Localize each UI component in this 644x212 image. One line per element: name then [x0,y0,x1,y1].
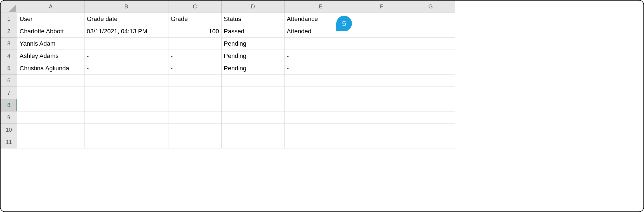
cell-C3[interactable]: - [168,38,222,50]
cell-B11[interactable] [84,136,168,148]
cell-E6[interactable] [285,74,357,87]
callout-bubble-icon: 5 [336,16,352,31]
cell-C1[interactable]: Grade [168,13,222,25]
cell-G3[interactable] [406,38,455,50]
cell-C7[interactable] [168,87,222,99]
cell-C9[interactable] [168,111,222,124]
cell-F7[interactable] [357,87,406,99]
cell-F10[interactable] [357,124,406,136]
cell-D8[interactable] [222,99,285,111]
col-header-A[interactable]: A [17,1,84,13]
row-header-1[interactable]: 1 [1,13,17,25]
cell-B5[interactable]: - [84,62,168,74]
cell-A11[interactable] [17,136,84,148]
cell-D1[interactable]: Status [222,13,285,25]
col-header-G[interactable]: G [406,1,455,13]
cell-G6[interactable] [406,74,455,87]
cell-A8[interactable] [17,99,84,111]
cell-D10[interactable] [222,124,285,136]
cell-G2[interactable] [406,25,455,38]
row-header-6[interactable]: 6 [1,74,17,87]
cell-E10[interactable] [285,124,357,136]
cell-B6[interactable] [84,74,168,87]
row-header-5[interactable]: 5 [1,62,17,74]
callout-label: 5 [342,19,346,28]
cell-C6[interactable] [168,74,222,87]
cell-G9[interactable] [406,111,455,124]
row-header-3[interactable]: 3 [1,38,17,50]
cell-F6[interactable] [357,74,406,87]
col-header-B[interactable]: B [84,1,168,13]
cell-C5[interactable]: - [168,62,222,74]
row-header-2[interactable]: 2 [1,25,17,38]
cell-B10[interactable] [84,124,168,136]
cell-A5[interactable]: Christina Agluinda [17,62,84,74]
cell-A9[interactable] [17,111,84,124]
cell-A3[interactable]: Yannis Adam [17,38,84,50]
cell-E9[interactable] [285,111,357,124]
cell-B9[interactable] [84,111,168,124]
cell-F5[interactable] [357,62,406,74]
cell-E7[interactable] [285,87,357,99]
cell-A6[interactable] [17,74,84,87]
cell-G7[interactable] [406,87,455,99]
col-header-D[interactable]: D [222,1,285,13]
cell-F3[interactable] [357,38,406,50]
cell-B7[interactable] [84,87,168,99]
row-header-8[interactable]: 8 [1,99,17,111]
cell-F2[interactable] [357,25,406,38]
cell-A2[interactable]: Charlotte Abbott [17,25,84,38]
cell-B8[interactable] [84,99,168,111]
cell-C2[interactable]: 100 [168,25,222,38]
cell-A10[interactable] [17,124,84,136]
cell-D5[interactable]: Pending [222,62,285,74]
cell-E4[interactable]: - [285,50,357,62]
select-all-corner[interactable] [1,1,17,13]
cell-G11[interactable] [406,136,455,148]
cell-B2[interactable]: 03/11/2021, 04:13 PM [84,25,168,38]
col-header-E[interactable]: E [285,1,357,13]
cell-E11[interactable] [285,136,357,148]
cell-C8[interactable] [168,99,222,111]
cell-E3[interactable]: - [285,38,357,50]
cell-C11[interactable] [168,136,222,148]
row-header-10[interactable]: 10 [1,124,17,136]
cell-F11[interactable] [357,136,406,148]
cell-C4[interactable]: - [168,50,222,62]
col-header-F[interactable]: F [357,1,406,13]
row-header-9[interactable]: 9 [1,111,17,124]
spreadsheet-grid: A B C D E F G 1 User Grade date Grade St… [1,1,643,148]
cell-G4[interactable] [406,50,455,62]
cell-B1[interactable]: Grade date [84,13,168,25]
cell-B3[interactable]: - [84,38,168,50]
cell-F9[interactable] [357,111,406,124]
row-header-4[interactable]: 4 [1,50,17,62]
cell-F1[interactable] [357,13,406,25]
cell-D2[interactable]: Passed [222,25,285,38]
cell-G1[interactable] [406,13,455,25]
cell-D6[interactable] [222,74,285,87]
cell-G5[interactable] [406,62,455,74]
cell-C10[interactable] [168,124,222,136]
cell-B4[interactable]: - [84,50,168,62]
annotation-callout: 5 [336,16,352,31]
cell-D3[interactable]: Pending [222,38,285,50]
cell-D7[interactable] [222,87,285,99]
cell-A1[interactable]: User [17,13,84,25]
cell-G8[interactable] [406,99,455,111]
col-header-C[interactable]: C [168,1,222,13]
cell-A4[interactable]: Ashley Adams [17,50,84,62]
cell-F4[interactable] [357,50,406,62]
cell-E5[interactable]: - [285,62,357,74]
cell-A7[interactable] [17,87,84,99]
cell-D4[interactable]: Pending [222,50,285,62]
cell-D9[interactable] [222,111,285,124]
cell-F8[interactable] [357,99,406,111]
row-header-11[interactable]: 11 [1,136,17,148]
cell-E8[interactable] [285,99,357,111]
row-header-7[interactable]: 7 [1,87,17,99]
cell-D11[interactable] [222,136,285,148]
cell-G10[interactable] [406,124,455,136]
